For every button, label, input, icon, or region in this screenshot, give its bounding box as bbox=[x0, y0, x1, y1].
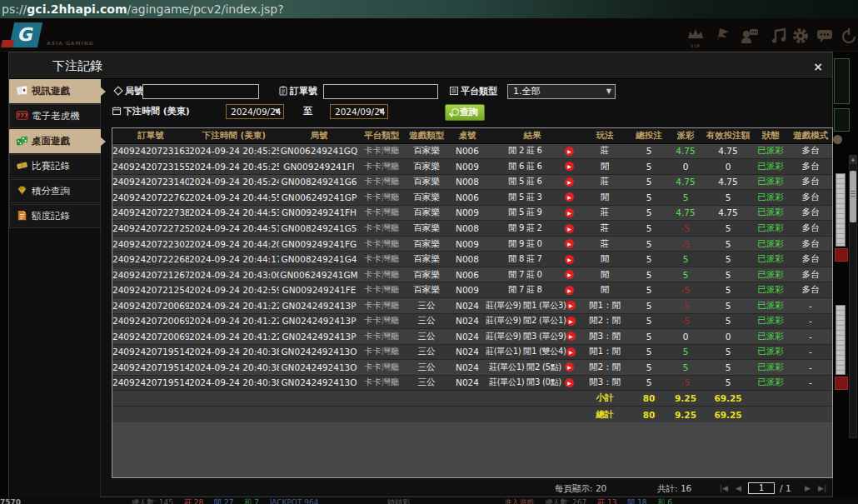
play-video-icon[interactable]: ▶ bbox=[565, 378, 574, 387]
play-video-icon[interactable]: ▶ bbox=[566, 301, 576, 310]
cell-round: GN008249241G6 bbox=[279, 174, 359, 190]
search-button[interactable]: 查詢 bbox=[445, 104, 485, 121]
calendar-icon bbox=[112, 106, 122, 116]
bg-bet-slider bbox=[836, 173, 846, 247]
cell-status: 已派彩 bbox=[752, 282, 789, 298]
cell-round: GN008249241G5 bbox=[279, 221, 359, 237]
play-video-icon[interactable]: ▶ bbox=[565, 162, 574, 171]
prev-page-icon[interactable]: ◀ bbox=[736, 481, 741, 496]
bg-banker-count: 莊 28 bbox=[184, 498, 203, 504]
next-page-icon[interactable]: ▶ bbox=[805, 481, 811, 496]
music-icon[interactable] bbox=[770, 27, 788, 45]
sidebar-item-slots[interactable]: 777電子老虎機 bbox=[9, 104, 101, 128]
cell-status: 已派彩 bbox=[752, 375, 789, 391]
cell-round: GN009249241FG bbox=[279, 236, 359, 252]
cell-result: 莊(單公1) 閒1 (雙公4)▶ bbox=[486, 344, 579, 360]
cell-bet: 5 bbox=[631, 205, 667, 221]
cell-valid: 5 bbox=[704, 190, 752, 206]
cell-mode: 多台 bbox=[789, 143, 832, 159]
order-number-input[interactable] bbox=[323, 84, 438, 99]
cell-table_no: N024 bbox=[449, 360, 486, 376]
flag-icon[interactable] bbox=[714, 27, 732, 45]
bg-download-button bbox=[835, 248, 848, 262]
play-video-icon[interactable]: ▶ bbox=[565, 208, 574, 217]
power-icon[interactable] bbox=[840, 27, 858, 45]
cell-payout: -5 bbox=[667, 236, 704, 252]
play-video-icon[interactable]: ▶ bbox=[565, 286, 574, 295]
vip-icon[interactable]: VIP bbox=[686, 27, 705, 45]
cell-platform: 卡卡灣廳 bbox=[359, 221, 404, 237]
cell-bet: 5 bbox=[631, 221, 667, 237]
play-video-icon[interactable]: ▶ bbox=[565, 239, 574, 248]
cell-payout: -5 bbox=[667, 313, 704, 329]
play-video-icon[interactable]: ▶ bbox=[565, 192, 574, 202]
cell-status: 已派彩 bbox=[752, 329, 789, 345]
table-row: 2409242072006922024-09-24 20:41:22GN0242… bbox=[112, 313, 832, 329]
cell-play: 閒1：閒 bbox=[579, 344, 631, 360]
cell-bet: 5 bbox=[631, 360, 667, 376]
sidebar-item-quota-records[interactable]: 額度記錄 bbox=[9, 204, 101, 228]
result-text: 莊(單公1) 閒2 (5點) bbox=[486, 362, 565, 373]
subtotal-bet: 80 bbox=[631, 391, 667, 407]
page-number-input[interactable] bbox=[748, 482, 775, 494]
column-header: 派彩 bbox=[667, 128, 704, 143]
cell-bet: 5 bbox=[631, 375, 667, 391]
bg-scrollbar-thumb bbox=[850, 171, 856, 222]
cell-order: 240924207200691 bbox=[112, 329, 189, 345]
sidebar-item-video-games[interactable]: 視訊遊戲 bbox=[9, 79, 101, 103]
cell-bet: 5 bbox=[631, 267, 667, 282]
cell-bet: 5 bbox=[631, 190, 667, 206]
platform-type-select[interactable]: 1.全部▼ bbox=[507, 84, 616, 99]
cell-valid: 5 bbox=[704, 344, 752, 360]
cell-time: 2024-09-24 20:44:55 bbox=[189, 190, 279, 206]
bg-banker-count: 莊 13 bbox=[597, 498, 616, 504]
cell-play: 閒3：閒 bbox=[579, 329, 631, 345]
subtotal-row: 小計 80 9.25 69.25 bbox=[112, 391, 832, 407]
date-from-picker[interactable]: 2024/09/24▼ bbox=[226, 104, 284, 119]
play-video-icon[interactable]: ▶ bbox=[566, 317, 576, 326]
table-row: 2409242071951462024-09-24 20:40:38GN0242… bbox=[112, 360, 832, 376]
play-video-icon[interactable]: ▶ bbox=[565, 362, 574, 372]
round-number-input[interactable] bbox=[142, 84, 259, 99]
table-row: 2409242072273872024-09-24 20:44:53GN0092… bbox=[112, 205, 832, 221]
play-video-icon[interactable]: ▶ bbox=[565, 270, 574, 279]
cell-platform: 卡卡灣廳 bbox=[359, 190, 404, 206]
modal-sidebar: 視訊遊戲 777電子老虎機 桌面遊戲 比賽記錄 積分查詢 額度記錄 bbox=[9, 79, 101, 498]
cell-round: GN0242492413P bbox=[279, 329, 359, 345]
table-header-row: 訂單號下注時間 (美東)局號平台類型遊戲類型桌號結果玩法總投注派彩有效投注額狀態… bbox=[112, 128, 832, 143]
table-body: 2409242072316352024-09-24 20:45:25GN0062… bbox=[112, 143, 832, 391]
browser-address-bar[interactable]: ps://gci.2hhapi.com/agingame/pcv2/index.… bbox=[0, 0, 858, 18]
date-to-value: 2024/09/24 bbox=[335, 107, 386, 117]
play-video-icon[interactable]: ▶ bbox=[565, 147, 574, 156]
play-video-icon[interactable]: ▶ bbox=[566, 347, 576, 357]
cell-result: 閒 2 莊 6▶ bbox=[486, 143, 579, 159]
column-header: 訂單號 bbox=[112, 128, 189, 143]
play-video-icon[interactable]: ▶ bbox=[565, 177, 574, 187]
play-video-icon[interactable]: ▶ bbox=[565, 255, 574, 264]
cell-status: 已派彩 bbox=[752, 143, 789, 159]
chat-bubble-icon[interactable] bbox=[816, 27, 834, 45]
column-header: 總投注 bbox=[631, 128, 667, 143]
sidebar-item-points-query[interactable]: 積分查詢 bbox=[9, 179, 101, 203]
cell-order: 240924207212545 bbox=[112, 282, 189, 298]
last-page-icon[interactable]: ▶| bbox=[818, 481, 826, 496]
cell-time: 2024-09-24 20:41:22 bbox=[189, 313, 279, 329]
platform-type-label: 平台類型 bbox=[449, 84, 497, 99]
play-video-icon[interactable]: ▶ bbox=[566, 332, 576, 341]
cell-round: GN0242492413P bbox=[279, 313, 359, 329]
cell-bet: 5 bbox=[631, 313, 667, 329]
cell-valid: 5 bbox=[704, 267, 752, 282]
asia-gaming-label: ASIA GAMING bbox=[47, 40, 94, 46]
first-page-icon[interactable]: |◀ bbox=[720, 481, 728, 496]
cell-play: 閒1：閒 bbox=[579, 297, 631, 313]
date-to-picker[interactable]: 2024/09/24▼ bbox=[330, 104, 388, 119]
date-from-value: 2024/09/24 bbox=[231, 107, 282, 117]
close-icon[interactable]: × bbox=[811, 59, 826, 74]
play-video-icon[interactable]: ▶ bbox=[565, 224, 574, 233]
cell-order: 240924207195146 bbox=[112, 360, 189, 376]
support-chat-icon[interactable] bbox=[741, 27, 759, 45]
sidebar-item-table-games[interactable]: 桌面遊戲 bbox=[9, 129, 101, 153]
cell-mode: 多台 bbox=[789, 174, 832, 190]
settings-gear-icon[interactable] bbox=[791, 27, 810, 45]
sidebar-item-match-records[interactable]: 比賽記錄 bbox=[9, 154, 101, 178]
